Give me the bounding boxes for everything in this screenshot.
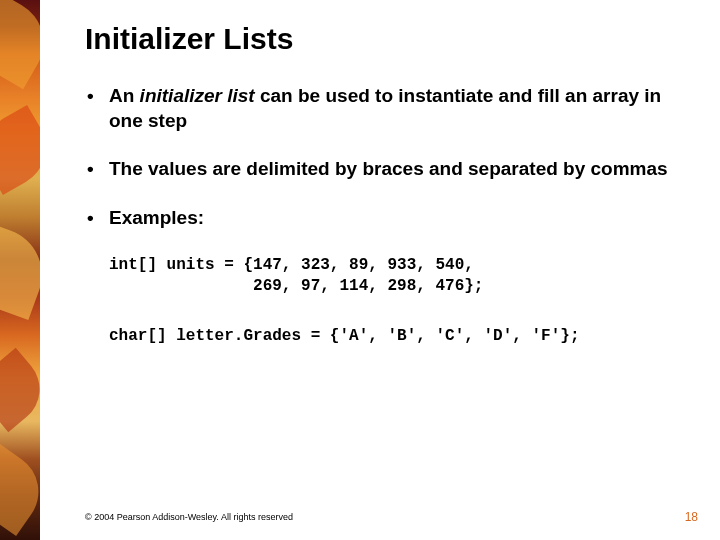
slide-content: Initializer Lists An initializer list ca…	[85, 22, 690, 376]
decorative-left-strip	[0, 0, 40, 540]
bullet-text-pre: Examples:	[109, 207, 204, 228]
leaf-decoration	[0, 444, 40, 536]
bullet-list: An initializer list can be used to insta…	[85, 84, 690, 231]
bullet-text-pre: An	[109, 85, 140, 106]
leaf-decoration	[0, 220, 40, 320]
copyright-footer: © 2004 Pearson Addison-Wesley. All right…	[85, 512, 293, 522]
bullet-text-pre: The values are delimited by braces and s…	[109, 158, 668, 179]
code-example-2: char[] letter.Grades = {'A', 'B', 'C', '…	[109, 326, 690, 348]
bullet-item: An initializer list can be used to insta…	[85, 84, 690, 133]
leaf-decoration	[0, 348, 40, 433]
leaf-decoration	[0, 105, 40, 195]
slide-title: Initializer Lists	[85, 22, 690, 56]
bullet-item: The values are delimited by braces and s…	[85, 157, 690, 182]
page-number: 18	[685, 510, 698, 524]
bullet-item: Examples:	[85, 206, 690, 231]
code-example-1: int[] units = {147, 323, 89, 933, 540, 2…	[109, 255, 690, 298]
bullet-text-em: initializer list	[140, 85, 255, 106]
leaf-decoration	[0, 0, 40, 89]
